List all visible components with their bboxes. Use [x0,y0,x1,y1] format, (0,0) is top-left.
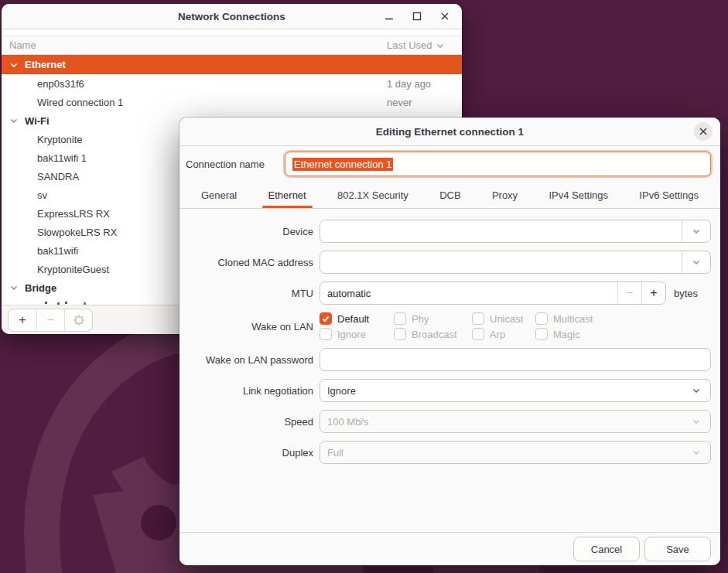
minimize-icon [384,11,395,22]
chevron-down-icon [9,60,19,70]
cloned-mac-label: Cloned MAC address [186,257,313,268]
checkbox-multicast[interactable]: Multicast [535,312,711,325]
checkbox-default[interactable]: Default [320,312,394,325]
link-negotiation-dropdown[interactable]: Ignore [320,379,711,402]
chevron-down-icon [692,417,701,426]
row-enp0s31f6[interactable]: enp0s31f6 1 day ago [2,74,462,93]
dialog-close-button[interactable] [694,122,713,141]
mtu-label: MTU [186,288,313,299]
edit-connection-dialog: Editing Ethernet connection 1 Connection… [179,118,720,565]
row-wired-connection-1[interactable]: Wired connection 1 never [2,93,462,111]
checkbox-ignore[interactable]: Ignore [320,328,394,340]
chevron-down-icon [9,116,19,125]
duplex-label: Duplex [186,447,313,459]
chevron-down-icon [692,448,701,457]
chevron-down-icon [9,283,19,292]
row-label: Ethernet [25,59,66,70]
last-used-value: never [387,97,412,108]
checkbox-icon [472,328,484,340]
speed-label: Speed [186,416,313,428]
checkbox-icon [394,328,406,340]
chevron-down-icon [692,227,701,236]
chevron-down-icon [436,41,445,50]
gear-icon [73,314,85,326]
checkbox-icon [472,312,484,325]
chevron-down-icon [692,258,701,267]
speed-dropdown[interactable]: 100 Mb/s [320,410,711,433]
column-header-name[interactable]: Name [2,39,36,51]
tab-ipv4-settings[interactable]: IPv4 Settings [547,182,610,208]
dialog-titlebar[interactable]: Editing Ethernet connection 1 [179,118,720,146]
checkbox-icon [535,312,548,325]
selected-text: Ethernet connection 1 [292,158,393,171]
tab-ipv6-settings[interactable]: IPv6 Settings [637,182,700,208]
checkbox-icon [320,312,332,325]
remove-connection-button[interactable]: − [36,309,64,331]
close-button[interactable] [439,10,451,22]
close-icon [439,11,450,22]
edit-connection-button[interactable] [64,309,92,331]
mtu-increment-button[interactable]: + [641,282,665,304]
row-ethernet-section[interactable]: Ethernet [2,55,462,74]
tab-dcb[interactable]: DCB [438,182,462,208]
checkbox-arp[interactable]: Arp [472,328,535,340]
cancel-button[interactable]: Cancel [573,537,640,561]
mtu-decrement-button[interactable]: − [617,282,641,304]
mtu-value: automatic [327,288,371,299]
chevron-down-icon [692,386,701,395]
link-negotiation-label: Link negotiation [186,385,313,397]
minimize-button[interactable] [383,10,395,22]
device-label: Device [186,226,313,237]
maximize-button[interactable] [411,10,423,22]
dialog-action-bar: Cancel Save [179,532,720,565]
checkbox-broadcast[interactable]: Broadcast [394,328,472,340]
maximize-icon [412,11,422,22]
window-title: Network Connections [178,11,285,22]
duplex-dropdown[interactable]: Full [320,441,711,464]
tab-proxy[interactable]: Proxy [490,182,519,208]
checkbox-icon [320,328,332,340]
tab-ethernet[interactable]: Ethernet [267,182,308,208]
checkbox-icon [394,312,406,325]
last-used-value: 1 day ago [387,78,431,90]
tab-8021x-security[interactable]: 802.1X Security [336,182,410,208]
wake-on-lan-options: Default Phy Unicast Multicast Ignore [320,312,711,340]
add-connection-button[interactable]: + [9,309,36,331]
mtu-unit-label: bytes [674,288,698,299]
settings-tabs: General Ethernet 802.1X Security DCB Pro… [179,182,720,209]
device-combo[interactable] [320,220,711,243]
close-icon [699,127,708,136]
wol-password-input[interactable] [320,348,711,371]
save-button[interactable]: Save [644,537,711,561]
checkbox-unicast[interactable]: Unicast [472,312,535,325]
connection-name-input[interactable]: Ethernet connection 1 [285,152,711,176]
wake-on-lan-label: Wake on LAN [186,321,313,333]
mtu-spinbox[interactable]: automatic − + [320,281,666,305]
tab-general[interactable]: General [200,182,238,208]
checkbox-phy[interactable]: Phy [394,312,472,325]
connection-name-label: Connection name [186,159,265,170]
list-header: Name Last Used [2,36,462,55]
checkbox-magic[interactable]: Magic [535,328,711,340]
network-window-titlebar[interactable]: Network Connections [2,4,462,29]
checkbox-icon [535,328,548,340]
dialog-title: Editing Ethernet connection 1 [376,126,524,138]
wol-password-label: Wake on LAN password [186,354,313,366]
column-header-last-used[interactable]: Last Used [387,39,445,51]
cloned-mac-combo[interactable] [320,251,711,274]
